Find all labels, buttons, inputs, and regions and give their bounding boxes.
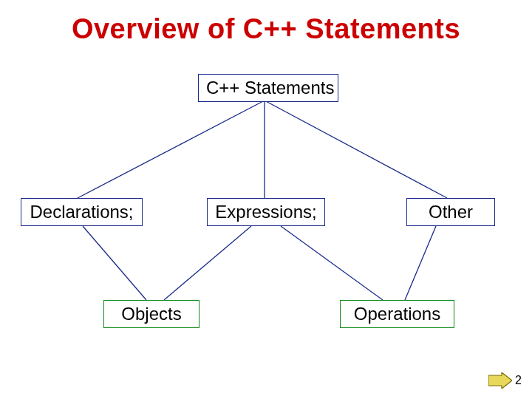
svg-line-3 <box>83 226 146 300</box>
svg-line-4 <box>164 226 251 300</box>
arrow-right-icon <box>488 372 512 389</box>
node-expressions: Expressions; <box>207 198 325 226</box>
node-operations: Operations <box>340 300 454 328</box>
slide-title: Overview of C++ Statements <box>0 13 532 45</box>
slide: Overview of C++ Statements C++ Statement… <box>0 0 532 399</box>
svg-marker-7 <box>488 372 512 389</box>
node-root: C++ Statements <box>198 74 338 102</box>
page-number: 2 <box>515 374 522 387</box>
page-number-marker: 2 <box>488 372 522 389</box>
node-objects: Objects <box>103 300 200 328</box>
node-other: Other <box>406 198 495 226</box>
svg-line-6 <box>405 226 436 300</box>
node-declarations: Declarations; <box>21 198 143 226</box>
svg-line-0 <box>78 100 265 198</box>
svg-line-2 <box>265 100 447 198</box>
svg-line-5 <box>281 226 383 300</box>
